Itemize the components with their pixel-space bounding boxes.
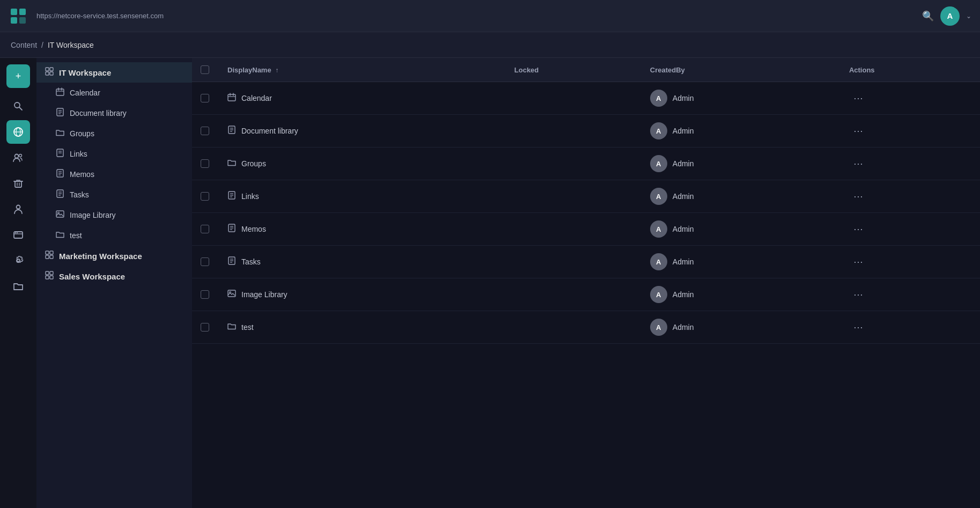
folder-nav-icon[interactable] xyxy=(6,275,30,298)
svg-rect-53 xyxy=(228,94,235,101)
display-name-label: DisplayName xyxy=(227,66,271,74)
row-checkbox[interactable] xyxy=(201,290,209,299)
folder-icon xyxy=(56,128,64,139)
main-layout: + IT Workspace xyxy=(0,58,980,508)
row-actions-button[interactable]: ⋯ xyxy=(849,254,867,269)
app-logo[interactable] xyxy=(9,6,28,26)
select-all-checkbox[interactable] xyxy=(201,65,209,74)
table-row[interactable]: Links A Admin ⋯ xyxy=(192,180,980,213)
row-created-by-cell: A Admin xyxy=(642,180,841,213)
breadcrumb-root[interactable]: Content xyxy=(11,41,37,49)
row-checkbox-cell xyxy=(192,180,219,213)
row-created-by-cell: A Admin xyxy=(642,148,841,180)
sidebar-item-links[interactable]: Links xyxy=(36,144,192,164)
row-display-name: Tasks xyxy=(241,257,261,266)
groups-nav-icon[interactable] xyxy=(6,197,30,221)
globe-nav-icon[interactable] xyxy=(6,120,30,144)
row-checkbox[interactable] xyxy=(201,192,209,201)
row-checkbox[interactable] xyxy=(201,225,209,233)
table-row[interactable]: Groups A Admin ⋯ xyxy=(192,148,980,180)
row-locked-cell xyxy=(506,180,642,213)
table-row[interactable]: test A Admin ⋯ xyxy=(192,311,980,344)
row-created-by-cell: A Admin xyxy=(642,246,841,278)
sidebar-label-calendar: Calendar xyxy=(70,89,100,97)
content-area: DisplayName ↑ Locked CreatedBy Actions C… xyxy=(192,58,980,508)
search-nav-icon[interactable] xyxy=(6,94,30,118)
add-button[interactable]: + xyxy=(6,64,30,88)
image-icon xyxy=(56,210,64,220)
row-created-by-cell: A Admin xyxy=(642,213,841,246)
row-type-icon xyxy=(227,158,236,169)
sidebar-item-test[interactable]: test xyxy=(36,225,192,246)
sidebar-item-groups[interactable]: Groups xyxy=(36,123,192,144)
row-name-cell: Links xyxy=(219,180,506,213)
row-created-by-name: Admin xyxy=(673,127,694,135)
row-created-by-name: Admin xyxy=(673,94,694,102)
sidebar-item-document-library[interactable]: Document library xyxy=(36,103,192,123)
tools-nav-icon[interactable] xyxy=(6,249,30,273)
row-actions-button[interactable]: ⋯ xyxy=(849,320,867,335)
row-name-cell: Image Library xyxy=(219,278,506,311)
row-created-by-cell: A Admin xyxy=(642,115,841,148)
row-locked-cell xyxy=(506,148,642,180)
row-checkbox[interactable] xyxy=(201,94,209,102)
row-name-cell: Groups xyxy=(219,148,506,180)
web-nav-icon[interactable] xyxy=(6,223,30,247)
row-checkbox[interactable] xyxy=(201,257,209,266)
marketing-grid-icon xyxy=(45,251,54,261)
row-locked-cell xyxy=(506,115,642,148)
sidebar-label-document-library: Document library xyxy=(70,109,127,117)
created-by-header[interactable]: CreatedBy xyxy=(642,58,841,82)
sidebar-item-tasks[interactable]: Tasks xyxy=(36,185,192,205)
row-actions-button[interactable]: ⋯ xyxy=(849,189,867,204)
row-actions-button[interactable]: ⋯ xyxy=(849,91,867,106)
avatar[interactable]: A xyxy=(940,6,960,26)
sidebar-label-test: test xyxy=(70,231,82,240)
row-checkbox[interactable] xyxy=(201,127,209,135)
display-name-header[interactable]: DisplayName ↑ xyxy=(219,58,506,82)
search-icon[interactable]: 🔍 xyxy=(922,10,934,22)
sidebar-item-sales-workspace[interactable]: Sales Workspace xyxy=(36,266,192,286)
row-actions-button[interactable]: ⋯ xyxy=(849,123,867,138)
sidebar-item-calendar[interactable]: Calendar xyxy=(36,83,192,103)
svg-line-5 xyxy=(19,107,22,110)
sidebar-item-marketing-workspace[interactable]: Marketing Workspace xyxy=(36,246,192,266)
row-avatar: A xyxy=(650,220,667,238)
row-checkbox[interactable] xyxy=(201,323,209,332)
content-table: DisplayName ↑ Locked CreatedBy Actions C… xyxy=(192,58,980,344)
calendar-icon xyxy=(56,87,64,98)
row-checkbox[interactable] xyxy=(201,159,209,168)
users-nav-icon[interactable] xyxy=(6,146,30,170)
table-row[interactable]: Document library A Admin ⋯ xyxy=(192,115,980,148)
svg-rect-43 xyxy=(56,211,64,217)
tasks-icon xyxy=(56,189,64,200)
table-row[interactable]: Tasks A Admin ⋯ xyxy=(192,246,980,278)
breadcrumb-separator: / xyxy=(41,41,43,49)
chevron-down-icon[interactable]: ⌄ xyxy=(966,12,971,20)
row-avatar: A xyxy=(650,286,667,303)
svg-rect-24 xyxy=(56,89,64,95)
sidebar-item-it-workspace[interactable]: IT Workspace xyxy=(36,62,192,83)
svg-rect-73 xyxy=(228,290,235,297)
svg-point-9 xyxy=(15,154,19,158)
row-actions-button[interactable]: ⋯ xyxy=(849,156,867,171)
row-display-name: Calendar xyxy=(241,94,272,102)
row-created-by-cell: A Admin xyxy=(642,278,841,311)
row-actions-button[interactable]: ⋯ xyxy=(849,222,867,237)
table-row[interactable]: Image Library A Admin ⋯ xyxy=(192,278,980,311)
breadcrumb-current: IT Workspace xyxy=(48,41,94,49)
row-checkbox-cell xyxy=(192,115,219,148)
sidebar-item-image-library[interactable]: Image Library xyxy=(36,205,192,225)
row-checkbox-cell xyxy=(192,82,219,115)
table-row[interactable]: Memos A Admin ⋯ xyxy=(192,213,980,246)
locked-header[interactable]: Locked xyxy=(506,58,642,82)
row-actions-button[interactable]: ⋯ xyxy=(849,287,867,302)
sidebar-item-memos[interactable]: Memos xyxy=(36,164,192,185)
table-row[interactable]: Calendar A Admin ⋯ xyxy=(192,82,980,115)
svg-rect-49 xyxy=(46,271,49,275)
trash-nav-icon[interactable] xyxy=(6,172,30,195)
svg-rect-21 xyxy=(50,68,53,71)
row-locked-cell xyxy=(506,311,642,344)
row-display-name: Image Library xyxy=(241,290,288,299)
sidebar-label-groups: Groups xyxy=(70,129,94,138)
